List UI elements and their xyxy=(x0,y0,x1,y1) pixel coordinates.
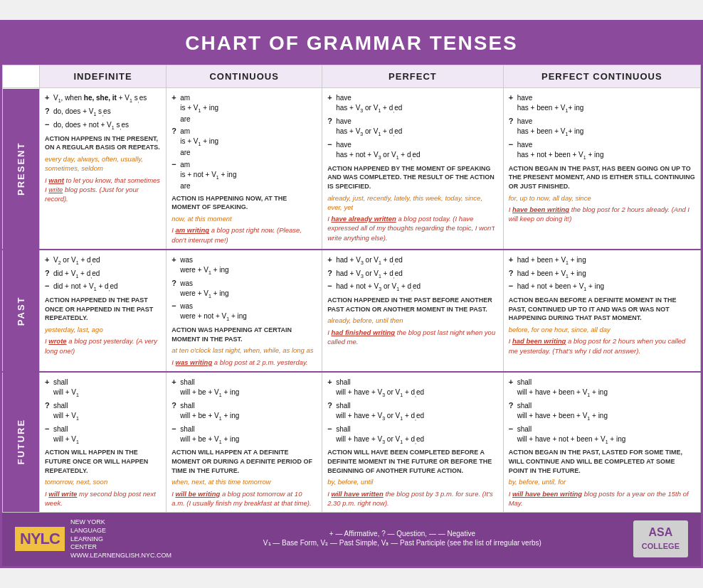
empty-header xyxy=(3,65,40,88)
future-indef-example: I will write my second blog post next we… xyxy=(45,489,161,508)
past-perf-time: already, before, until then xyxy=(327,316,498,325)
past-cont-time: at ten o'clock last night, when, while, … xyxy=(171,346,317,355)
footer: NYLC NEW YORKLANGUAGELEARNINGCENTER WWW.… xyxy=(2,513,701,565)
asa-logo: ASACOLLEGE xyxy=(633,520,688,557)
future-perf-time: by, before, until xyxy=(327,477,498,486)
past-label: PAST xyxy=(3,250,40,372)
footer-legend: + — Affirmative, ? — Question, — — Negat… xyxy=(263,530,541,548)
past-continuous-cell: +waswere + V1 + ing ?waswere + V1 + ing … xyxy=(166,250,322,372)
future-cont-desc: ACTION WILL HAPPEN AT A DEFINITE MOMENT … xyxy=(171,448,317,475)
nylc-logo-group: NYLC NEW YORKLANGUAGELEARNINGCENTER WWW.… xyxy=(15,518,171,560)
present-cont-time: now, at this moment xyxy=(171,214,317,223)
past-indefinite-cell: +V2 or V1 + d,ed ?did + V1 + d,ed −did +… xyxy=(40,250,166,372)
future-cont-time: when, next, at this time tomorrow xyxy=(171,477,317,486)
past-row: PAST +V2 or V1 + d,ed ?did + V1 + d,ed −… xyxy=(3,250,701,372)
past-indef-example: I wrote a blog post yesterday. (A very l… xyxy=(45,336,161,356)
present-perf-desc: ACTION HAPPENED BY THE MOMENT OF SPEAKIN… xyxy=(327,164,498,191)
nylc-website: WWW.LEARNENGLISH.NYC.COM xyxy=(70,552,171,560)
main-container: CHART OF GRAMMAR TENSES INDEFINITE CONTI… xyxy=(0,20,703,567)
present-row: PRESENT +V1, when he, she, it + V1 s,es … xyxy=(3,88,701,250)
future-indefinite-cell: +shallwill + V1 ?shallwill + V1 −shallwi… xyxy=(40,372,166,513)
future-cont-example: I will be writing a blog post tomorrow a… xyxy=(171,489,317,508)
legend-line2: V₁ — Base Form, V₂ — Past Simple, V₃ — P… xyxy=(263,539,541,547)
present-indefinite-cell: +V1, when he, she, it + V1 s,es ?do, doe… xyxy=(40,88,166,250)
present-perf-cont-example: I have been writing the blog post for 2 … xyxy=(509,205,695,224)
past-perf-desc: ACTION HAPPENED IN THE PAST BEFORE ANOTH… xyxy=(327,296,498,314)
present-cont-desc: ACTION IS HAPPENING NOW, AT THE MOMENT O… xyxy=(171,194,317,212)
nylc-logo: NYLC xyxy=(15,527,65,551)
future-label: FUTURE xyxy=(3,372,40,513)
past-perf-cont-time: before, for one hour, since, all day xyxy=(509,325,695,334)
future-perf-cont-time: by, before, until, for xyxy=(509,477,695,486)
future-perf-cont-cell: +shallwill + have + been + V1 + ing ?sha… xyxy=(503,372,700,513)
future-perf-desc: ACTION WILL HAVE BEEN COMPLETED BEFORE A… xyxy=(327,448,498,475)
past-perfect-cell: +had + V3 or V1 + d,ed ?had + V3 or V1 +… xyxy=(322,250,504,372)
past-indef-time: yesterday, last, ago xyxy=(45,325,161,334)
present-perf-cont-cell: +havehas + been + V1+ ing ?havehas + bee… xyxy=(503,88,700,250)
present-perf-time: already, just, recently, lately, this we… xyxy=(327,193,498,213)
header-indefinite: INDEFINITE xyxy=(40,65,166,88)
past-indef-desc: ACTION HAPPENED IN THE PAST ONCE OR HAPP… xyxy=(45,296,161,323)
legend-line1: + — Affirmative, ? — Question, — — Negat… xyxy=(263,530,541,538)
past-cont-example: I was writing a blog post at 2 p.m. yest… xyxy=(171,358,317,367)
past-perf-example: I had finished writing the blog post las… xyxy=(327,328,498,347)
past-perf-cont-desc: ACTION BEGAN BEFORE A DEFINITE MOMENT IN… xyxy=(509,296,695,323)
future-perf-example: I will have written the blog post by 3 p… xyxy=(327,489,498,508)
header-continuous: CONTINUOUS xyxy=(166,65,322,88)
past-perf-cont-example: I had been writing a blog post for 2 hou… xyxy=(509,336,695,356)
future-perfect-cell: +shallwill + have + V3 or V1 + d,ed ?sha… xyxy=(322,372,504,513)
present-continuous-cell: +am is + V1 + ing are ?am is + V1 + ing … xyxy=(166,88,322,250)
past-cont-desc: ACTION WAS HAPPENING AT CERTAIN MOMENT I… xyxy=(171,326,317,343)
present-cont-example: I am writing a blog post right now. (Ple… xyxy=(171,225,317,245)
present-perf-cont-time: for, up to now, all day, since xyxy=(509,193,695,203)
header-perfect: PERFECT xyxy=(322,65,504,88)
grammar-table: INDEFINITE CONTINUOUS PERFECT PERFECT CO… xyxy=(2,65,701,513)
header-perfect-continuous: PERFECT CONTINUOUS xyxy=(503,65,700,88)
future-row: FUTURE +shallwill + V1 ?shallwill + V1 −… xyxy=(3,372,701,513)
present-indef-time: every day, always, often, usually, somet… xyxy=(45,154,161,173)
present-perf-cont-desc: ACTION BEGAN IN THE PAST, HAS BEEN GOING… xyxy=(509,164,695,191)
page-title: CHART OF GRAMMAR TENSES xyxy=(2,22,701,65)
future-continuous-cell: +shallwill + be + V1 + ing ?shallwill + … xyxy=(166,372,322,513)
nylc-logo-text: NEW YORKLANGUAGELEARNINGCENTER xyxy=(70,518,171,552)
present-indef-desc: ACTION HAPPENS IN THE PRESENT, ON A REGU… xyxy=(45,134,161,152)
future-perf-cont-desc: ACTION BEGAN IN THE PAST, LASTED FOR SOM… xyxy=(509,448,695,475)
present-label: PRESENT xyxy=(3,88,40,250)
present-perf-example: I have already written a blog post today… xyxy=(327,214,498,242)
future-indef-time: tomorrow, next, soon xyxy=(45,477,161,486)
future-indef-desc: ACTION WILL HAPPEN IN THE FUTURE ONCE OR… xyxy=(45,448,161,475)
future-perf-cont-example: I will have been writing blog posts for … xyxy=(509,489,695,508)
past-perf-cont-cell: +had + been + V1 + ing ?had + been + V1 … xyxy=(503,250,700,372)
present-perfect-cell: +havehas + V3 or V1 + d,ed ?havehas + V3… xyxy=(322,88,504,250)
present-indef-example: I want to let you know, that sometimes I… xyxy=(45,176,161,204)
